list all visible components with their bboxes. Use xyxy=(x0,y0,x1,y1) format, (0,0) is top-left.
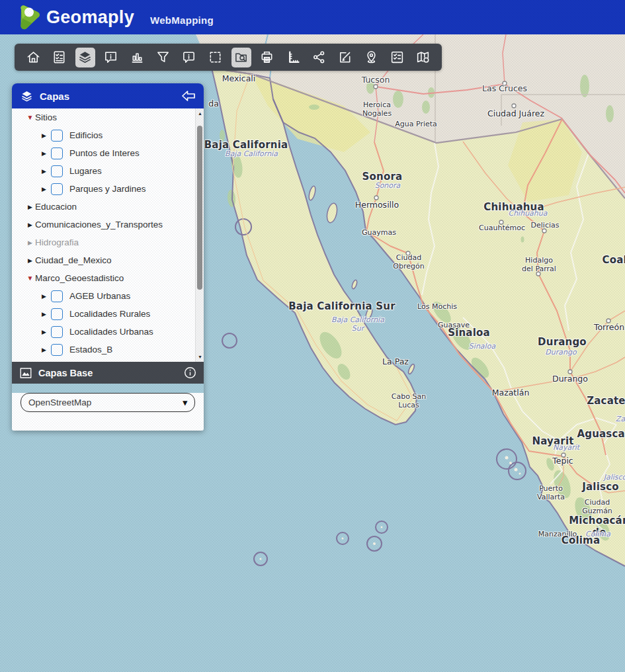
comment-info-round-icon xyxy=(181,50,196,65)
basemap-select-value: OpenStreetMap xyxy=(28,398,91,407)
layer-tree-row[interactable]: ▶Comunicaciones_y_Transportes xyxy=(12,216,204,233)
toolbar-home-button[interactable] xyxy=(23,48,43,67)
layer-tree-row[interactable]: ▶Estados_B xyxy=(12,341,204,358)
toolbar-bar-chart-button[interactable] xyxy=(127,48,147,67)
layer-label: Hidrografia xyxy=(35,237,79,247)
toolbar-comment-info-button[interactable] xyxy=(101,48,121,67)
layer-checkbox[interactable] xyxy=(51,165,63,177)
scroll-down-icon[interactable]: ▼ xyxy=(196,353,204,361)
layers-icon xyxy=(77,50,93,65)
brand-title: Geomaply xyxy=(46,7,134,28)
layer-tree: ▼Sitios▶Edificios▶Puntos de Interes▶Luga… xyxy=(12,108,204,362)
basemap-select[interactable]: OpenStreetMap ▾ xyxy=(21,393,195,412)
layer-label: Parques y Jardines xyxy=(69,184,146,194)
layer-tree-row[interactable]: ▶AGEB Urbanas xyxy=(12,287,204,305)
layer-tree-row[interactable]: ▼Sitios xyxy=(12,108,204,126)
toolbar-map-fold-button[interactable] xyxy=(413,48,433,67)
expand-node-icon[interactable]: ▶ xyxy=(39,186,49,192)
layer-label: Estados_B xyxy=(69,345,112,355)
city-marker xyxy=(562,453,565,457)
city-marker xyxy=(499,220,503,224)
layer-label: Sitios xyxy=(35,112,57,122)
layer-checkbox[interactable] xyxy=(51,290,63,302)
toolbar-filter-button[interactable] xyxy=(153,48,173,67)
toolbar-measure-button[interactable] xyxy=(283,48,303,67)
layer-tree-row[interactable]: ▼Marco_Geoestadistico xyxy=(12,269,204,287)
city-marker xyxy=(542,229,546,233)
expand-node-icon[interactable]: ▶ xyxy=(39,347,49,353)
layer-checkbox[interactable] xyxy=(51,326,63,338)
layer-label: Comunicaciones_y_Transportes xyxy=(35,220,163,230)
form-list-icon xyxy=(52,50,67,65)
toolbar-folder-search-button[interactable] xyxy=(231,48,251,67)
city-marker xyxy=(363,230,367,234)
scrollbar-thumb[interactable] xyxy=(197,126,202,290)
location-pin-icon xyxy=(364,50,379,65)
layers-panel-header: Capas xyxy=(12,83,204,108)
layer-tree-row[interactable]: ▶Educacion xyxy=(12,198,204,216)
city-marker xyxy=(406,251,410,255)
toolbar-layers-button[interactable] xyxy=(75,48,95,67)
city-marker xyxy=(606,319,610,323)
city-marker xyxy=(568,370,572,374)
map-fold-icon xyxy=(415,50,431,65)
toolbar-edit-button[interactable] xyxy=(335,48,355,67)
layer-tree-row[interactable]: ▶Lugares xyxy=(12,162,204,180)
layer-label: Puntos de Interes xyxy=(69,148,140,158)
toolbar-share-button[interactable] xyxy=(310,48,329,67)
brand-subtitle: WebMapping xyxy=(150,15,214,26)
layer-tree-row[interactable]: ▶Parques y Jardines xyxy=(12,180,204,198)
expand-node-icon[interactable]: ▶ xyxy=(39,329,49,335)
layer-checkbox[interactable] xyxy=(51,130,63,142)
collapse-panel-button[interactable] xyxy=(181,90,196,102)
layer-tree-row-partial[interactable]: ▶ xyxy=(12,358,204,362)
measure-icon xyxy=(286,50,301,65)
layer-checkbox[interactable] xyxy=(51,362,63,362)
print-icon xyxy=(259,50,274,65)
expand-node-icon[interactable]: ▶ xyxy=(25,239,35,246)
layer-label: AGEB Urbanas xyxy=(69,291,130,301)
toolbar xyxy=(15,44,442,71)
bar-chart-icon xyxy=(130,50,145,65)
expand-node-icon[interactable]: ▶ xyxy=(25,204,35,210)
scroll-up-icon[interactable]: ▲ xyxy=(196,109,204,118)
expand-node-icon[interactable]: ▶ xyxy=(25,257,35,264)
layer-tree-row[interactable]: ▶Edificios xyxy=(12,126,204,144)
city-marker xyxy=(374,196,378,200)
layer-tree-row[interactable]: ▶Localidades Urbanas xyxy=(12,323,204,341)
layer-checkbox[interactable] xyxy=(51,183,63,195)
expand-node-icon[interactable]: ▶ xyxy=(25,222,35,228)
info-icon[interactable] xyxy=(184,366,196,379)
expand-node-icon[interactable]: ▶ xyxy=(39,168,49,175)
layer-checkbox[interactable] xyxy=(51,344,63,356)
toolbar-select-area-button[interactable] xyxy=(205,48,225,67)
base-layers-header: Capas Base xyxy=(12,362,204,384)
layer-checkbox[interactable] xyxy=(51,308,63,320)
expand-node-icon[interactable]: ▶ xyxy=(39,132,49,139)
expand-node-icon[interactable]: ▶ xyxy=(39,311,49,317)
layer-label: Localidades Rurales xyxy=(69,309,150,319)
toolbar-print-button[interactable] xyxy=(257,48,277,67)
layer-tree-row[interactable]: ▶Localidades Rurales xyxy=(12,305,204,323)
folder-search-icon xyxy=(233,50,249,65)
toolbar-form-list-button[interactable] xyxy=(49,48,69,67)
toolbar-comment-info-round-button[interactable] xyxy=(179,48,199,67)
layer-tree-row[interactable]: ▶Hidrografia xyxy=(12,233,204,251)
expand-node-icon[interactable]: ▶ xyxy=(39,293,49,300)
base-layers-body: OpenStreetMap ▾ xyxy=(12,393,204,431)
image-icon xyxy=(19,367,32,379)
toolbar-location-pin-button[interactable] xyxy=(361,48,381,67)
expand-node-icon[interactable]: ▶ xyxy=(39,150,49,157)
toolbar-checklist-button[interactable] xyxy=(388,48,407,67)
collapse-node-icon[interactable]: ▼ xyxy=(25,274,35,282)
collapse-node-icon[interactable]: ▼ xyxy=(25,114,35,121)
home-icon xyxy=(26,50,41,65)
app-header: Geomaply WebMapping xyxy=(0,0,625,34)
layer-tree-row[interactable]: ▶Puntos de Interes xyxy=(12,144,204,162)
layer-label: Educacion xyxy=(35,202,77,212)
layer-checkbox[interactable] xyxy=(51,147,63,159)
layer-tree-row[interactable]: ▶Ciudad_de_Mexico xyxy=(12,251,204,269)
city-marker xyxy=(536,272,540,276)
tree-scrollbar[interactable]: ▲▼ xyxy=(195,108,204,362)
arrow-left-icon xyxy=(181,90,196,102)
